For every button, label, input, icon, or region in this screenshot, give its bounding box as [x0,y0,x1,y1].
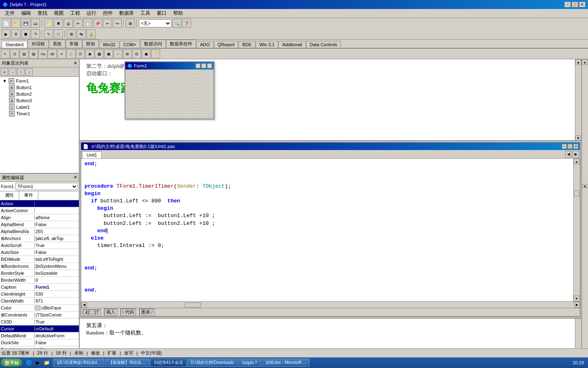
code-scroll-thumb[interactable] [574,191,579,197]
menu-component[interactable]: 控件 [100,9,116,18]
comp-combobox[interactable]: ▣ [104,49,113,58]
taskbar-item-5[interactable]: 说明.doc - Microsoft ... [262,359,310,367]
code-content[interactable]: end; procedure TForm1.Timer1Timer(Sender… [81,159,573,301]
code-nav-code[interactable]: \ 代码 [120,309,136,316]
obj-tree-label1[interactable]: L Label1 [1,104,78,110]
form1-close[interactable]: ✕ [207,63,212,68]
prop-row-autoscroll[interactable]: AutoScroll True [0,242,79,249]
menu-project[interactable]: 工程 [67,9,83,18]
undo-btn[interactable]: ↩ [103,19,112,28]
code-min-btn[interactable]: ─ [562,144,567,149]
comp-checkbox[interactable]: ☑ [76,49,85,58]
lock-btn[interactable]: 🔒 [87,29,96,38]
prop-row-autosize[interactable]: AutoSize False [0,249,79,256]
prop-row-clientheight[interactable]: ClientHeight 530 [0,291,79,298]
scroll-up-btn[interactable]: ▲ [575,59,581,65]
print-btn[interactable]: 🖨 [64,19,73,28]
menu-help[interactable]: 帮助 [170,9,186,18]
code-close-btn[interactable]: ✕ [573,144,578,149]
palette-tab-win31[interactable]: Win 3.1 [256,41,278,48]
open-file-btn[interactable]: 📁 [44,19,53,28]
prop-row-defaultmonitor[interactable]: DefaultMonit dmActiveForm [0,332,79,339]
prop-row-alphablendva[interactable]: AlphaBlendVa 255 [0,228,79,235]
palette-tab-qreport[interactable]: QReport [214,41,238,48]
palette-tab-dialog[interactable]: 对话框 [28,40,49,48]
prop-row-align[interactable]: Align alNone [0,214,79,221]
palette-tab-ado[interactable]: ADO [196,41,214,48]
obj-tree-button1[interactable]: B Button1 [1,84,78,91]
form1-min[interactable]: ─ [196,63,200,68]
pointer-tool[interactable]: ↖ [1,49,10,58]
taskbar-item-3[interactable]: D:\我的文档\Downloads [187,359,238,367]
comp-radiogroup[interactable]: ⊟ [132,49,141,58]
code-scroll-down[interactable]: ▼ [574,296,579,301]
palette-tab-standard[interactable]: Standard [2,41,27,48]
scroll-down-btn[interactable]: ▼ [575,135,581,141]
main-right-scrollbar[interactable]: ▲ ▼ [581,59,588,367]
code-nav-diagram[interactable]: 图表 / [139,309,155,316]
prop-row-clientwidth[interactable]: ClientWidth 971 [0,298,79,305]
comp-groupbox[interactable]: ⊞ [123,49,132,58]
palette-tab-additional[interactable]: Additional [278,41,305,48]
save-all-btn[interactable]: 🗂 [31,19,40,28]
close-btn[interactable]: ✖ [54,19,63,28]
prop-row-alphablend[interactable]: AlphaBlend False [0,221,79,228]
browse-btn[interactable]: 🔍 [172,19,181,28]
help-btn[interactable]: ❓ [182,19,191,28]
minimize-button[interactable]: ─ [564,2,571,7]
ql-media[interactable]: ▶ [33,359,42,367]
prop-row-bordericons[interactable]: ⊞BorderIcons [biSystemMenu [0,263,79,270]
prop-row-borderstyle[interactable]: BorderStyle bsSizeable [0,270,79,277]
obj-up-btn[interactable]: ↑ [17,68,24,76]
arrow-tool[interactable]: ↖ [44,29,53,38]
code-max-btn[interactable]: □ [568,144,572,149]
palette-tab-win32[interactable]: Win32 [99,41,119,48]
palette-tab-com[interactable]: COM+ [120,41,140,48]
taskbar-item-1[interactable]: 【新提醒】寻硅谷,... [105,359,149,367]
comp-button[interactable]: □ [67,49,76,58]
obj-tree-form1[interactable]: ▼ F Form1 [1,78,78,84]
taskbar-item-0[interactable]: E E:\百度网盘\寻硅谷d... [53,359,104,367]
prop-row-docksite[interactable]: DockSite False [0,339,79,346]
prop-tab-events[interactable]: 事件 [19,191,38,200]
prop-row-bidimode[interactable]: BiDiMode bdLeftToRight [0,256,79,263]
comp-listbox[interactable]: ▦ [95,49,104,58]
menu-run[interactable]: 运行 [83,9,100,18]
redo-btn[interactable]: ↪ [113,19,122,28]
menu-window[interactable]: 窗口 [154,9,170,18]
code-nav-back[interactable]: ◀ [565,151,572,157]
code-hscroll-right[interactable]: ▶ [574,302,580,308]
obj-tree-close[interactable]: ✕ [74,61,77,66]
form1-design-surface[interactable] [125,70,214,119]
obj-new-btn[interactable]: + [1,68,8,76]
component-dropdown[interactable]: <无> [139,19,172,27]
main-scroll-up[interactable]: ▲ [582,59,588,65]
prop-editor-close[interactable]: ✕ [74,175,77,181]
obj-del-btn[interactable]: - [9,68,16,76]
prop-row-action[interactable]: Action [0,200,79,207]
menu-tools[interactable]: 工具 [137,9,154,18]
comp-radio[interactable]: ◉ [85,49,94,58]
code-scroll-up[interactable]: ▲ [574,159,579,164]
prop-row-constraints[interactable]: ⊞Constraints (TSizeConstr [0,312,79,319]
form-btn[interactable]: □ [54,29,63,38]
palette-tab-system[interactable]: 系统 [49,40,65,48]
code-hscroll-left[interactable]: ◀ [81,302,87,308]
palette-tab-bde[interactable]: BDE [238,41,255,48]
comp-label[interactable]: Aa [38,49,47,58]
code-vscroll[interactable]: ▲ ■ ▼ [573,159,580,301]
palette-tab-extra[interactable]: 附加 [82,40,99,48]
obj-tree-timer1[interactable]: T Timer1 [1,110,78,117]
comp-popupmenu[interactable]: ▤ [29,49,38,58]
doc-vscroll[interactable]: ▲ ▼ [575,59,581,141]
align-btn[interactable]: ⊞ [67,29,76,38]
cut-btn[interactable]: ✂ [74,19,82,28]
pause-btn[interactable]: ⏸ [11,29,20,38]
prop-row-cursor[interactable]: Cursor crDefault [0,325,79,332]
start-button[interactable]: 🪟 开始 [1,359,22,367]
comp-frames[interactable]: ⊡ [10,49,19,58]
obj-down-btn[interactable]: ↓ [25,68,33,76]
prop-component-select[interactable]: TForm1 [16,183,78,190]
prop-row-color[interactable]: Color clBtnFace [0,305,79,312]
copy-btn[interactable]: 📋 [83,19,92,28]
